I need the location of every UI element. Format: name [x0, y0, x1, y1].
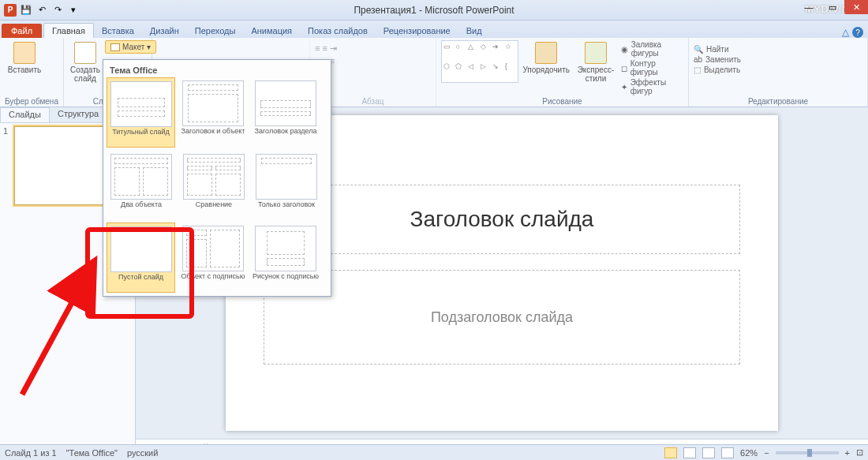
ribbon-tabs: Файл Главная Вставка Дизайн Переходы Ани… [0, 21, 868, 38]
slide-number: 1 [3, 126, 11, 205]
subtitle-placeholder[interactable]: Подзаголовок слайда [264, 270, 740, 365]
arrange-icon [535, 42, 557, 64]
tab-file[interactable]: Файл [2, 24, 42, 38]
select-icon: ⬚ [694, 65, 701, 74]
group-title-paragraph: Абзац [315, 95, 431, 106]
normal-view-button[interactable] [664, 447, 677, 458]
layout-content-caption[interactable]: Объект с подписью [178, 223, 248, 293]
layout-comparison[interactable]: Сравнение [179, 151, 249, 219]
shapes-gallery[interactable]: ▭○△◇➔☆ ⬡⬠◁▷↘{ [441, 40, 518, 83]
layout-two-content[interactable]: Два объекта [107, 151, 176, 219]
zoom-in-button[interactable]: + [845, 448, 850, 458]
close-button[interactable]: ✕ [844, 0, 868, 14]
quickstyles-button[interactable]: Экспресс-стили [574, 40, 617, 84]
qat-dropdown-icon[interactable]: ▾ [66, 3, 80, 17]
group-editing: 🔍Найти abЗаменить ⬚Выделить Редактирован… [689, 38, 868, 107]
zoom-out-button[interactable]: − [764, 448, 769, 458]
tab-home[interactable]: Главная [43, 23, 94, 38]
arrange-button[interactable]: Упорядочить [522, 40, 571, 76]
shape-effects-button[interactable]: ✦Эффекты фигур [621, 78, 683, 95]
window-controls: — ▭ ✕ [797, 0, 868, 14]
status-slide-count: Слайд 1 из 1 [5, 448, 57, 458]
help-icon[interactable]: ? [852, 27, 863, 38]
undo-icon[interactable]: ↶ [35, 3, 49, 17]
group-title-drawing: Рисование [441, 95, 683, 106]
minimize-ribbon-icon[interactable]: △ [842, 27, 849, 38]
find-icon: 🔍 [694, 45, 703, 54]
layout-dropdown: Тема Office Титульный слайд Заголовок и … [103, 59, 331, 297]
app-icon[interactable]: P [3, 3, 17, 17]
paste-button[interactable]: Вставить [5, 40, 44, 76]
group-drawing: ▭○△◇➔☆ ⬡⬠◁▷↘{ Упорядочить Экспресс-стили… [436, 38, 689, 107]
tab-slideshow[interactable]: Показ слайдов [300, 24, 376, 38]
tab-transitions[interactable]: Переходы [187, 24, 244, 38]
group-title-clipboard: Буфер обмена [5, 95, 58, 106]
status-bar: Слайд 1 из 1 "Тема Office" русский 62% −… [0, 444, 868, 460]
layout-section-header[interactable]: Заголовок раздела [251, 77, 320, 148]
layout-icon [110, 43, 120, 51]
titlebar: P 💾 ↶ ↷ ▾ Презентация1 - Microsoft Power… [0, 0, 868, 21]
chevron-down-icon: ▾ [147, 43, 151, 51]
layout-title-only[interactable]: Только заголовок [252, 151, 321, 219]
new-slide-icon [74, 42, 96, 64]
tab-insert[interactable]: Вставка [94, 24, 142, 38]
outline-icon: ◻ [621, 64, 627, 73]
layout-blank[interactable]: Пустой слайд [107, 223, 175, 293]
save-icon[interactable]: 💾 [19, 3, 33, 17]
tab-animations[interactable]: Анимация [243, 24, 300, 38]
redo-icon[interactable]: ↷ [51, 3, 65, 17]
select-button[interactable]: ⬚Выделить [694, 65, 862, 74]
reading-view-button[interactable] [702, 447, 715, 458]
group-title-editing: Редактирование [694, 95, 862, 106]
effects-icon: ✦ [621, 83, 627, 92]
find-button[interactable]: 🔍Найти [694, 45, 862, 54]
status-theme: "Тема Office" [66, 448, 118, 458]
dropdown-heading: Тема Office [107, 63, 327, 77]
numbering-icon[interactable]: ≡ [322, 43, 327, 54]
window-title: Презентация1 - Microsoft PowerPoint [354, 5, 514, 16]
layout-title-content[interactable]: Заголовок и объект [178, 77, 248, 148]
quickstyles-icon [585, 42, 607, 64]
zoom-level[interactable]: 62% [740, 448, 758, 458]
zoom-slider[interactable] [776, 451, 839, 454]
slideshow-view-button[interactable] [721, 447, 734, 458]
replace-button[interactable]: abЗаменить [694, 55, 862, 64]
fill-icon: ◉ [621, 45, 628, 54]
outline-tab[interactable]: Структура [50, 107, 107, 122]
fit-window-button[interactable]: ⊡ [856, 447, 863, 458]
indent-icon[interactable]: ⇥ [330, 43, 337, 54]
layout-picture-caption[interactable]: Рисунок с подписью [251, 223, 320, 293]
tab-review[interactable]: Рецензирование [376, 24, 458, 38]
bullets-icon[interactable]: ≡ [315, 43, 320, 54]
quick-access-toolbar: P 💾 ↶ ↷ ▾ [0, 3, 80, 17]
replace-icon: ab [694, 55, 702, 64]
paste-icon [13, 42, 36, 64]
new-slide-button[interactable]: Создать слайд [69, 40, 102, 84]
group-clipboard: Вставить Буфер обмена [0, 38, 64, 107]
shape-fill-button[interactable]: ◉Заливка фигуры [621, 40, 683, 58]
title-placeholder[interactable]: Заголовок слайда [264, 185, 740, 254]
maximize-button[interactable]: ▭ [821, 0, 844, 14]
minimize-button[interactable]: — [797, 0, 821, 14]
slides-tab[interactable]: Слайды [0, 107, 50, 122]
sorter-view-button[interactable] [683, 447, 696, 458]
layout-title-slide[interactable]: Титульный слайд [107, 77, 175, 148]
tab-view[interactable]: Вид [458, 24, 490, 38]
status-language[interactable]: русский [127, 448, 158, 458]
shape-outline-button[interactable]: ◻Контур фигуры [621, 59, 683, 77]
tab-design[interactable]: Дизайн [142, 24, 187, 38]
layout-button[interactable]: Макет ▾ [105, 40, 156, 54]
